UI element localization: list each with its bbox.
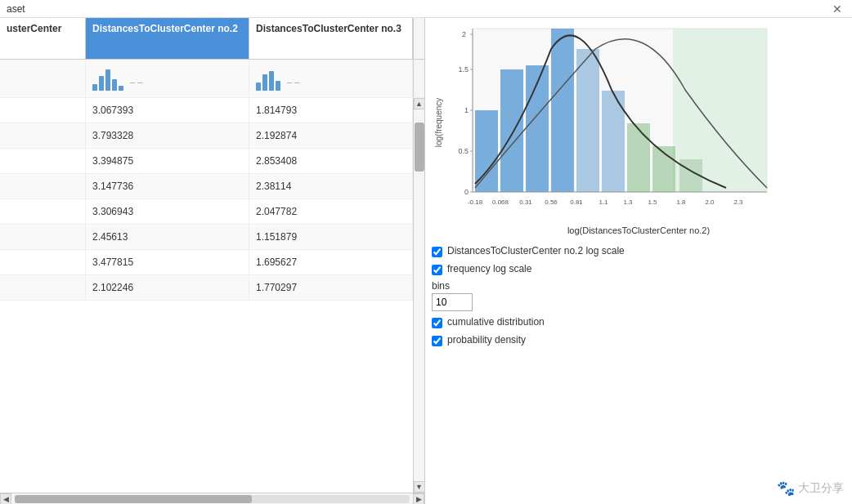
checkbox-row-4: probability density bbox=[432, 334, 845, 347]
mini-bar bbox=[92, 84, 97, 91]
watermark-text: 大卫分享 bbox=[798, 481, 844, 496]
svg-rect-8 bbox=[627, 123, 650, 192]
chart-svg: 0 0.5 1 1.5 2 -0.18 0.068 0.31 0.56 0.8 bbox=[432, 25, 775, 221]
svg-text:0: 0 bbox=[464, 188, 469, 196]
svg-text:2: 2 bbox=[462, 30, 466, 38]
bins-label: bins bbox=[432, 280, 845, 292]
mini-histogram-3 bbox=[256, 66, 280, 91]
table-row: 3.147736 2.38114 bbox=[0, 174, 413, 199]
probability-density-label: probability density bbox=[447, 334, 526, 347]
cumulative-dist-checkbox[interactable] bbox=[432, 318, 442, 328]
table-row: 3.793328 2.192874 bbox=[0, 123, 413, 149]
cell-r5-c3: 1.151879 bbox=[249, 225, 413, 249]
table-scroll[interactable]: 3.067393 1.814793 3.793328 2.192874 3.39… bbox=[0, 98, 413, 493]
scrollbar-spacer bbox=[413, 18, 424, 59]
x-axis-label: log(DistancesToClusterCenter no.2) bbox=[432, 225, 845, 235]
cell-r3-c1 bbox=[0, 174, 86, 198]
table-row: 3.477815 1.695627 bbox=[0, 250, 413, 275]
window-title: aset bbox=[7, 3, 25, 15]
column-header-2[interactable]: DistancesToClusterCenter no.2 bbox=[86, 18, 249, 59]
cell-r4-c2: 3.306943 bbox=[86, 199, 249, 224]
svg-rect-3 bbox=[500, 69, 523, 192]
mini-bar bbox=[262, 74, 267, 91]
table-row: 3.067393 1.814793 bbox=[0, 98, 413, 123]
log-scale-checkbox[interactable] bbox=[432, 247, 442, 257]
svg-text:1.5: 1.5 bbox=[458, 65, 469, 74]
scroll-left-button[interactable]: ◀ bbox=[0, 493, 11, 505]
cell-r2-c2: 3.394875 bbox=[86, 149, 249, 173]
cell-r1-c1 bbox=[0, 123, 86, 148]
cell-r3-c2: 3.147736 bbox=[86, 174, 249, 198]
mini-bar bbox=[256, 83, 261, 91]
svg-text:1.3: 1.3 bbox=[623, 198, 633, 206]
mini-bar bbox=[276, 81, 280, 91]
svg-text:0.81: 0.81 bbox=[570, 198, 583, 206]
mini-bar bbox=[119, 86, 123, 91]
scroll-thumb[interactable] bbox=[415, 123, 424, 172]
mini-hist-label-3: _ _ bbox=[287, 74, 299, 83]
cumulative-dist-label: cumulative distribution bbox=[447, 316, 545, 329]
cell-r6-c1 bbox=[0, 250, 86, 274]
scroll-right-button[interactable]: ▶ bbox=[413, 493, 424, 505]
svg-text:1.5: 1.5 bbox=[648, 198, 657, 206]
scroll-up-button[interactable]: ▲ bbox=[414, 98, 425, 109]
svg-text:0.5: 0.5 bbox=[458, 147, 469, 155]
cell-r0-c1 bbox=[0, 98, 86, 123]
svg-rect-6 bbox=[576, 49, 599, 192]
title-bar: aset ✕ bbox=[0, 0, 852, 18]
cell-r6-c3: 1.695627 bbox=[249, 250, 413, 274]
svg-rect-5 bbox=[551, 29, 574, 192]
checkbox-row-2: frequency log scale bbox=[432, 263, 845, 276]
frequency-log-checkbox[interactable] bbox=[432, 265, 442, 275]
table-area: usterCenter DistancesToClusterCenter no.… bbox=[0, 18, 425, 504]
cell-r7-c1 bbox=[0, 275, 86, 300]
mini-hist-label: _ _ bbox=[130, 74, 142, 83]
h-scroll-track bbox=[15, 495, 410, 503]
svg-text:1: 1 bbox=[464, 106, 469, 114]
close-button[interactable]: ✕ bbox=[829, 2, 845, 16]
bins-input[interactable] bbox=[432, 293, 473, 311]
mini-histogram-2 bbox=[92, 66, 123, 91]
scroll-down-button[interactable]: ▼ bbox=[414, 481, 425, 493]
cell-r5-c1 bbox=[0, 225, 86, 249]
cell-r4-c1 bbox=[0, 199, 86, 224]
watermark: 🐾 大卫分享 bbox=[777, 479, 844, 497]
cell-r0-c3: 1.814793 bbox=[249, 98, 413, 123]
probability-density-checkbox[interactable] bbox=[432, 336, 442, 346]
cell-r6-c2: 3.477815 bbox=[86, 250, 249, 274]
cell-r1-c2: 3.793328 bbox=[86, 123, 249, 148]
mini-bar bbox=[99, 76, 104, 91]
mini-hist-col2: _ _ bbox=[86, 60, 249, 97]
mini-hist-row: _ _ _ _ bbox=[0, 60, 424, 98]
horizontal-scrollbar[interactable]: ◀ ▶ bbox=[0, 493, 424, 504]
main-window: aset ✕ usterCenter DistancesToClusterCen… bbox=[0, 0, 852, 504]
scrollbar-spacer2 bbox=[413, 60, 424, 97]
svg-text:0.56: 0.56 bbox=[545, 198, 558, 206]
h-scroll-thumb[interactable] bbox=[15, 495, 252, 503]
vertical-scrollbar[interactable]: ▲ ▼ bbox=[413, 98, 424, 493]
svg-text:2.3: 2.3 bbox=[733, 198, 743, 206]
histogram-chart: 0 0.5 1 1.5 2 -0.18 0.068 0.31 0.56 0.8 bbox=[432, 25, 775, 221]
column-header-3: DistancesToClusterCenter no.3 bbox=[249, 18, 413, 59]
table-row: 3.306943 2.047782 bbox=[0, 199, 413, 225]
cell-r2-c1 bbox=[0, 149, 86, 173]
chart-area: 0 0.5 1 1.5 2 -0.18 0.068 0.31 0.56 0.8 bbox=[425, 18, 852, 504]
svg-text:0.068: 0.068 bbox=[492, 198, 509, 206]
table-row: 3.394875 2.853408 bbox=[0, 149, 413, 174]
svg-text:0.31: 0.31 bbox=[519, 198, 532, 206]
checkbox-row-1: DistancesToClusterCenter no.2 log scale bbox=[432, 245, 845, 258]
svg-text:log(frequency: log(frequency bbox=[434, 98, 443, 148]
main-content: usterCenter DistancesToClusterCenter no.… bbox=[0, 18, 852, 504]
cell-r2-c3: 2.853408 bbox=[249, 149, 413, 173]
log-scale-label: DistancesToClusterCenter no.2 log scale bbox=[447, 245, 625, 258]
table-row: 2.45613 1.151879 bbox=[0, 225, 413, 250]
cell-r4-c3: 2.047782 bbox=[249, 199, 413, 224]
cell-r7-c3: 1.770297 bbox=[249, 275, 413, 300]
watermark-icon: 🐾 bbox=[777, 479, 795, 497]
svg-text:-0.18: -0.18 bbox=[468, 198, 483, 206]
table-body-wrapper: 3.067393 1.814793 3.793328 2.192874 3.39… bbox=[0, 98, 424, 493]
table-header: usterCenter DistancesToClusterCenter no.… bbox=[0, 18, 424, 60]
frequency-log-label: frequency log scale bbox=[447, 263, 531, 276]
mini-hist-col3: _ _ bbox=[249, 60, 413, 97]
cell-r3-c3: 2.38114 bbox=[249, 174, 413, 198]
